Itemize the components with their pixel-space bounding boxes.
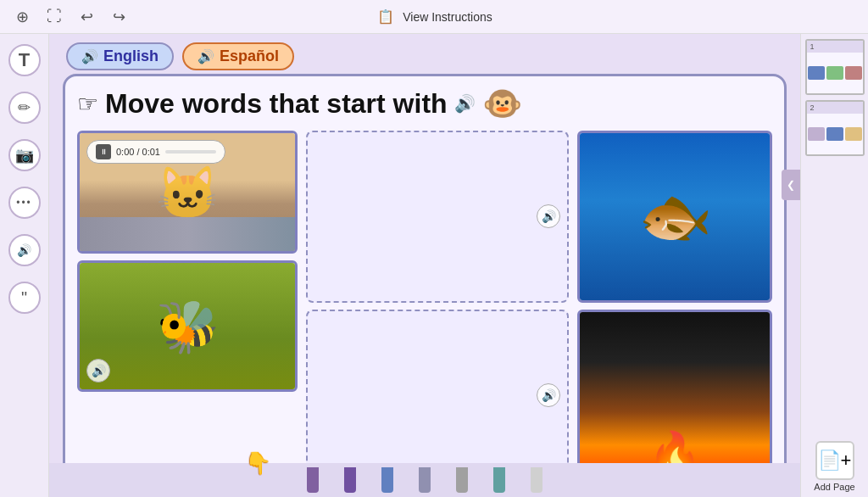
- expand-icon[interactable]: ⛶: [42, 5, 66, 29]
- english-speaker-icon: 🔊: [81, 48, 98, 64]
- teal-marker[interactable]: [493, 467, 505, 493]
- fish-image: [580, 133, 770, 300]
- redo-icon[interactable]: ↪: [107, 5, 131, 29]
- pause-button[interactable]: ⏸: [96, 144, 111, 159]
- blue-marker[interactable]: [381, 467, 393, 493]
- thumbnail-1-body: [807, 53, 863, 93]
- hand-icon: ☞: [77, 90, 98, 118]
- thumbnail-2-header: 2: [807, 102, 863, 114]
- drop-zone-bottom[interactable]: 🔊: [306, 310, 569, 482]
- view-instructions-label[interactable]: View Instructions: [403, 10, 492, 24]
- drop-zone-top-speaker[interactable]: 🔊: [537, 204, 560, 228]
- progress-bar[interactable]: [165, 150, 216, 154]
- bee-image: [80, 263, 295, 389]
- middle-column: 🔊 🔊: [306, 131, 569, 481]
- title-row: ☞ Move words that start with 🔊 🐵: [77, 85, 772, 122]
- quote-tool-button[interactable]: ": [8, 282, 41, 314]
- purple-marker[interactable]: [307, 467, 319, 493]
- english-button[interactable]: 🔊 English: [66, 42, 174, 70]
- audio-player: ⏸ 0:00 / 0:01: [86, 140, 225, 164]
- add-page-icon-symbol: 📄+: [818, 450, 852, 472]
- pen-tool-button[interactable]: ✏: [8, 92, 41, 124]
- thumbnail-1[interactable]: 1: [805, 39, 865, 95]
- language-row: 🔊 English 🔊 Español: [49, 34, 800, 74]
- more-options-button[interactable]: •••: [8, 187, 41, 219]
- espanol-speaker-icon: 🔊: [198, 48, 214, 64]
- bottom-markers-bar: 👇: [49, 463, 800, 497]
- camera-tool-button[interactable]: 📷: [8, 139, 41, 171]
- purple-marker-2[interactable]: [344, 467, 356, 493]
- text-tool-button[interactable]: T: [8, 44, 41, 76]
- bee-speaker-icon[interactable]: 🔊: [86, 359, 110, 383]
- fire-image: [580, 312, 770, 479]
- thumb-cell: [845, 66, 862, 80]
- thumb-cell: [845, 127, 862, 141]
- right-column: [577, 131, 772, 481]
- english-label: English: [103, 47, 159, 65]
- gray-marker[interactable]: [456, 467, 468, 493]
- panel-toggle-icon: ❮: [787, 179, 795, 191]
- image-card-fish[interactable]: [577, 131, 772, 303]
- panel-toggle-button[interactable]: ❮: [782, 170, 800, 200]
- main-card: ☞ Move words that start with 🔊 🐵 ⏸ 0:00 …: [63, 74, 787, 490]
- main-content: 🔊 English 🔊 Español ☞ Move words that st…: [49, 34, 800, 497]
- espanol-label: Español: [220, 47, 279, 65]
- thumbnail-1-header: 1: [807, 41, 863, 53]
- thumbnail-2[interactable]: 2: [805, 100, 865, 156]
- toolbar: ⊕ ⛶ ↩ ↪ 📋 View Instructions: [0, 0, 868, 34]
- add-page-button[interactable]: 📄+: [815, 441, 854, 480]
- thumbnail-2-label: 2: [810, 103, 815, 112]
- view-instructions-icon: 📋: [376, 5, 396, 29]
- left-column: ⏸ 0:00 / 0:01 🔊: [77, 131, 298, 481]
- left-sidebar: T ✏ 📷 ••• 🔊 ": [0, 34, 49, 497]
- title-speaker-icon[interactable]: 🔊: [454, 93, 476, 114]
- audio-time: 0:00 / 0:01: [116, 147, 160, 157]
- image-card-cat[interactable]: ⏸ 0:00 / 0:01: [77, 131, 298, 254]
- drop-zone-bottom-speaker[interactable]: 🔊: [537, 383, 560, 407]
- grid-area: ⏸ 0:00 / 0:01 🔊 🔊: [77, 131, 772, 481]
- zoom-in-icon[interactable]: ⊕: [10, 5, 34, 29]
- blue-marker-2[interactable]: [419, 467, 431, 493]
- main-title: Move words that start with: [105, 88, 448, 120]
- add-page-label: Add Page: [814, 482, 854, 492]
- espanol-button[interactable]: 🔊 Español: [182, 42, 294, 70]
- drop-zone-top[interactable]: 🔊: [306, 131, 569, 303]
- thumb-cell: [826, 127, 843, 141]
- undo-icon[interactable]: ↩: [75, 5, 98, 29]
- thumb-cell: [826, 66, 843, 80]
- thumbnail-2-body: [807, 114, 863, 154]
- thumbnail-1-label: 1: [810, 42, 815, 51]
- toolbar-center: 📋 View Instructions: [376, 5, 492, 29]
- thumb-cell: [808, 66, 825, 80]
- thumb-cell: [808, 127, 825, 141]
- image-card-bee[interactable]: 🔊: [77, 260, 298, 392]
- add-page-area: 📄+ Add Page: [801, 441, 868, 492]
- monkey-icon: 🐵: [482, 85, 522, 122]
- right-panel: 1 2 📄+ Add Page: [800, 34, 868, 497]
- image-card-fire[interactable]: [577, 310, 772, 482]
- light-marker[interactable]: [531, 467, 542, 493]
- sidebar-speaker-button[interactable]: 🔊: [8, 234, 41, 266]
- hand-pointer-icon: 👇: [244, 450, 271, 477]
